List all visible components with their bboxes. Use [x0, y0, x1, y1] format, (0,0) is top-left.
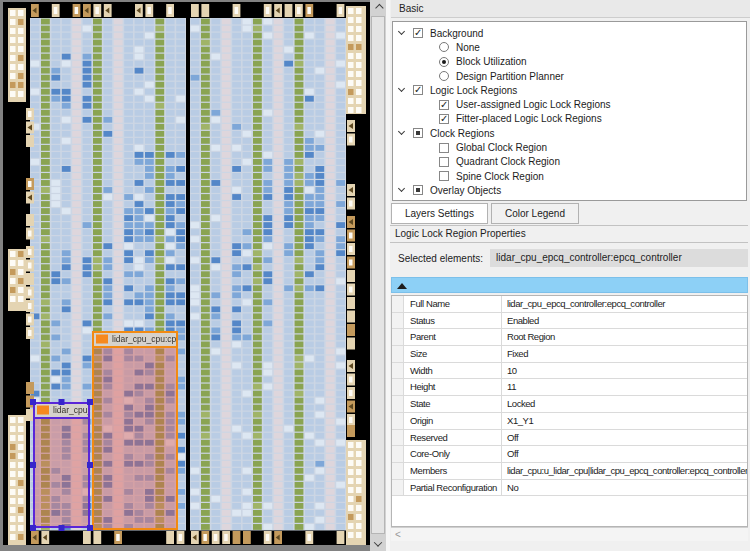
table-row[interactable]: Width10 [392, 363, 747, 380]
selected-elements-field[interactable]: lidar_cpu_epcq_controller:epcq_controlle… [490, 249, 748, 267]
row-header [392, 446, 404, 462]
property-value: Fixed [502, 346, 747, 362]
property-value: No [502, 480, 747, 496]
property-value: lidar_cpu_epcq_controller:epcq_controlle… [502, 296, 747, 312]
checkbox-on[interactable] [413, 85, 423, 95]
chevron-down-icon[interactable] [398, 28, 405, 35]
property-name: State [404, 396, 502, 412]
table-row[interactable]: ReservedOff [392, 430, 747, 447]
table-row[interactable]: StateLocked [392, 396, 747, 413]
checkbox-off[interactable] [439, 157, 449, 167]
row-header [392, 463, 404, 479]
checkbox-partial[interactable] [413, 185, 423, 195]
property-name: Core-Only [404, 446, 502, 462]
floorplan-vertical-scrollbar[interactable] [370, 0, 386, 551]
properties-horizontal-scrollbar[interactable]: < [391, 527, 748, 541]
checkbox-on[interactable] [439, 100, 449, 110]
property-value: 10 [502, 363, 747, 379]
property-name: Full Name [404, 296, 502, 312]
tree-item-label: Design Partition Planner [456, 71, 564, 82]
property-name: Parent [404, 329, 502, 345]
tree-item-label: None [456, 42, 480, 53]
property-name: Height [404, 379, 502, 395]
radio-on[interactable] [439, 57, 449, 67]
checkbox-on[interactable] [439, 114, 449, 124]
tree-item-label: Background [430, 28, 483, 39]
chevron-down-icon [374, 538, 382, 546]
layers-panel: Basic BackgroundNoneBlock UtilizationDes… [390, 0, 750, 551]
tree-item-block-utilization[interactable]: Block Utilization [393, 55, 746, 69]
row-header [392, 329, 404, 345]
scroll-left-icon: < [395, 529, 401, 540]
chevron-up-icon [375, 3, 383, 11]
panel-tabs: Layers Settings Color Legend [391, 203, 582, 225]
property-value: Enabled [502, 313, 747, 329]
tree-item-label: Clock Regions [430, 128, 494, 139]
tree-item-logic-lock-regions[interactable]: Logic Lock Regions [393, 83, 746, 97]
table-row[interactable]: Partial ReconfigurationNo [392, 480, 747, 497]
tree-item-design-partition-planner[interactable]: Design Partition Planner [393, 69, 746, 83]
scrollbar-thumb[interactable] [371, 16, 385, 534]
property-value: lidar_cpu:u_lidar_cpu|lidar_cpu_epcq_con… [502, 463, 747, 479]
row-header [392, 413, 404, 429]
tree-item-background[interactable]: Background [393, 26, 746, 40]
radio-off[interactable] [439, 42, 449, 52]
chevron-down-icon[interactable] [398, 85, 405, 92]
table-row[interactable]: OriginX1_Y1 [392, 413, 747, 430]
property-name: Members [404, 463, 502, 479]
property-value: Locked [502, 396, 747, 412]
checkbox-off[interactable] [439, 171, 449, 181]
properties-table: Full Namelidar_cpu_epcq_controller:epcq_… [391, 295, 748, 527]
property-value: Off [502, 446, 747, 462]
basic-section-header: Basic [391, 0, 750, 18]
tree-item-global-clock-region[interactable]: Global Clock Region [393, 140, 746, 154]
scroll-down-button[interactable] [370, 536, 386, 551]
selected-elements-row: Selected elements: lidar_cpu_epcq_contro… [390, 247, 748, 269]
property-name: Size [404, 346, 502, 362]
tree-item-label: Quadrant Clock Region [456, 156, 560, 167]
checkbox-off[interactable] [439, 143, 449, 153]
property-value: Off [502, 430, 747, 446]
radio-off[interactable] [439, 71, 449, 81]
checkbox-partial[interactable] [413, 128, 423, 138]
scroll-up-button[interactable] [370, 0, 386, 15]
tree-item-none[interactable]: None [393, 40, 746, 54]
tree-item-label: Block Utilization [456, 56, 527, 67]
tab-layers-settings[interactable]: Layers Settings [391, 203, 488, 224]
tree-item-overlay-objects[interactable]: Overlay Objects [393, 183, 746, 197]
chevron-down-icon[interactable] [398, 128, 405, 135]
row-header [392, 346, 404, 362]
chevron-down-icon[interactable] [398, 185, 405, 192]
row-header [392, 480, 404, 496]
tree-item-fitter-placed-logic-lock-regions[interactable]: Fitter-placed Logic Lock Regions [393, 112, 746, 126]
table-row[interactable]: Memberslidar_cpu:u_lidar_cpu|lidar_cpu_e… [392, 463, 747, 480]
table-row[interactable]: StatusEnabled [392, 313, 747, 330]
row-header [392, 430, 404, 446]
tree-item-label: Fitter-placed Logic Lock Regions [456, 113, 602, 124]
tree-item-quadrant-clock-region[interactable]: Quadrant Clock Region [393, 155, 746, 169]
table-row[interactable]: Full Namelidar_cpu_epcq_controller:epcq_… [392, 296, 747, 313]
tree-item-clock-regions[interactable]: Clock Regions [393, 126, 746, 140]
properties-section-header: Logic Lock Region Properties [390, 225, 748, 243]
property-name: Reserved [404, 430, 502, 446]
property-name: Width [404, 363, 502, 379]
table-row[interactable]: SizeFixed [392, 346, 747, 363]
property-value: X1_Y1 [502, 413, 747, 429]
checkbox-on[interactable] [413, 28, 423, 38]
tree-item-label: User-assigned Logic Lock Regions [456, 99, 611, 110]
tree-item-label: Overlay Objects [430, 185, 501, 196]
properties-collapse-bar[interactable] [391, 277, 748, 293]
table-row[interactable]: ParentRoot Region [392, 329, 747, 346]
tab-color-legend[interactable]: Color Legend [491, 203, 579, 224]
property-name: Origin [404, 413, 502, 429]
selected-elements-label: Selected elements: [390, 253, 483, 264]
property-name: Partial Reconfiguration [404, 480, 502, 496]
tree-item-spine-clock-region[interactable]: Spine Clock Region [393, 169, 746, 183]
table-row[interactable]: Core-OnlyOff [392, 446, 747, 463]
chip-floorplan[interactable] [0, 0, 370, 551]
floorplan-panel [0, 0, 390, 551]
tree-item-user-assigned-logic-lock-regions[interactable]: User-assigned Logic Lock Regions [393, 97, 746, 111]
row-header [392, 363, 404, 379]
table-row[interactable]: Height11 [392, 379, 747, 396]
chip-planner-window: Basic BackgroundNoneBlock UtilizationDes… [0, 0, 750, 551]
